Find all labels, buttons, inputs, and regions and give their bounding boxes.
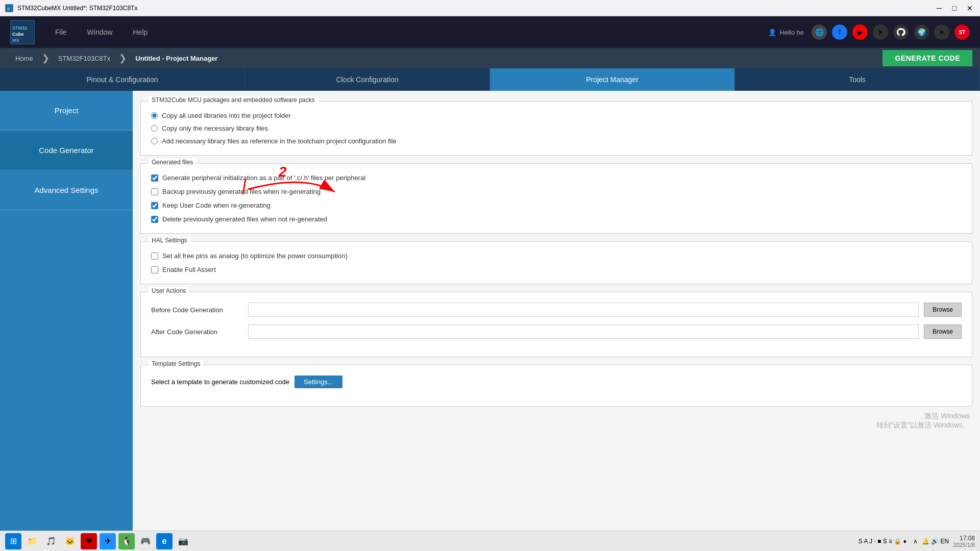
generated-check-0[interactable] bbox=[151, 174, 158, 182]
generated-checkbox-2[interactable]: Keep User Code when re-generating bbox=[151, 202, 962, 209]
nav-window[interactable]: Window bbox=[87, 28, 113, 36]
generated-checkbox-0[interactable]: Generate peripheral initialization as a … bbox=[151, 174, 962, 182]
hal-checkbox-0[interactable]: Set all free pins as analog (to optimize… bbox=[151, 252, 962, 260]
tabs: Pinout & Configuration Clock Configurati… bbox=[0, 68, 980, 91]
mcu-radio-0[interactable] bbox=[151, 112, 158, 119]
generated-files-checkboxes: Generate peripheral initialization as a … bbox=[151, 174, 962, 223]
after-code-browse[interactable]: Browse bbox=[924, 324, 962, 339]
window-title: STM32CubeMX Untitled*: STM32F103C8Tx bbox=[17, 5, 137, 12]
nav-help[interactable]: Help bbox=[133, 28, 148, 36]
breadcrumb-home[interactable]: Home bbox=[8, 48, 41, 68]
mcu-radio-2[interactable] bbox=[151, 138, 158, 144]
taskbar-app-7[interactable]: 📷 bbox=[175, 533, 191, 549]
template-settings-title: Template Settings bbox=[149, 360, 203, 367]
generated-checkbox-3[interactable]: Delete previously generated files when n… bbox=[151, 215, 962, 223]
generate-code-button[interactable]: GENERATE CODE bbox=[883, 50, 972, 66]
taskbar-explorer[interactable]: 📁 bbox=[24, 533, 40, 549]
template-settings-section: Template Settings Select a template to g… bbox=[140, 365, 972, 407]
hal-check-1[interactable] bbox=[151, 266, 158, 273]
logo-icon: STM32 Cube MX bbox=[10, 20, 35, 44]
taskbar-app-2[interactable]: 🐱 bbox=[62, 533, 78, 549]
svg-text:MX: MX bbox=[12, 38, 19, 43]
header-right: 👤 Hello he 🌐 f ▶ ✕ 🌍 ✳ ST bbox=[768, 24, 970, 40]
hal-settings-title: HAL Settings bbox=[149, 237, 190, 244]
svg-text:Cube: Cube bbox=[12, 32, 24, 37]
generated-files-content: Generate peripheral initialization as a … bbox=[141, 164, 972, 233]
twitter-icon[interactable]: ✕ bbox=[873, 24, 888, 40]
title-bar-left: S STM32CubeMX Untitled*: STM32F103C8Tx bbox=[5, 4, 137, 12]
watermark: 激活 Windows转到"设置"以激活 Windows。 bbox=[133, 407, 980, 435]
template-settings-button[interactable]: Settings... bbox=[295, 375, 342, 388]
user-name: Hello he bbox=[779, 29, 804, 36]
user-actions-title: User Actions bbox=[149, 287, 189, 294]
app-icon: S bbox=[5, 4, 13, 12]
mcu-radio-1[interactable] bbox=[151, 125, 158, 132]
hal-checkboxes: Set all free pins as analog (to optimize… bbox=[151, 252, 962, 273]
after-code-label: After Code Generation bbox=[151, 328, 243, 336]
mcu-packages-section: STM32Cube MCU packages and embedded soft… bbox=[140, 101, 972, 156]
youtube-icon[interactable]: ▶ bbox=[852, 24, 868, 40]
close-button[interactable]: ✕ bbox=[965, 3, 975, 13]
breadcrumb-project[interactable]: Untitled - Project Manager bbox=[128, 48, 225, 68]
tab-project-manager[interactable]: Project Manager bbox=[490, 68, 735, 91]
generated-files-title: Generated files bbox=[149, 159, 196, 166]
generated-check-3[interactable] bbox=[151, 216, 158, 223]
sidebar-item-project[interactable]: Project bbox=[0, 91, 133, 131]
taskbar-app-6[interactable]: 🎮 bbox=[137, 533, 154, 549]
mcu-radio-group: Copy all used libraries into the project… bbox=[151, 112, 962, 145]
generated-label-0: Generate peripheral initialization as a … bbox=[162, 174, 365, 182]
taskbar-edge[interactable]: e bbox=[156, 533, 173, 549]
mcu-option-2[interactable]: Add necessary library files as reference… bbox=[151, 137, 962, 145]
sidebar-item-advanced-settings[interactable]: Advanced Settings bbox=[0, 170, 133, 210]
tab-clock[interactable]: Clock Configuration bbox=[245, 68, 490, 91]
template-settings-content: Select a template to generate customized… bbox=[141, 365, 972, 406]
before-code-input[interactable] bbox=[248, 303, 919, 317]
taskbar-app-5[interactable]: 🐧 bbox=[118, 533, 135, 549]
template-description: Select a template to generate customized… bbox=[151, 378, 289, 386]
before-code-row: Before Code Generation Browse bbox=[151, 303, 962, 317]
after-code-row: After Code Generation Browse bbox=[151, 324, 962, 339]
user-icon: 👤 bbox=[768, 29, 776, 36]
taskbar-app-1[interactable]: 🎵 bbox=[43, 533, 59, 549]
header: STM32 Cube MX File Window Help 👤 Hello h… bbox=[0, 16, 980, 48]
after-code-input[interactable] bbox=[248, 324, 919, 339]
mcu-option-2-label: Add necessary library files as reference… bbox=[162, 137, 397, 145]
mcu-option-1-label: Copy only the necessary library files bbox=[162, 124, 268, 132]
start-button[interactable]: ⊞ bbox=[5, 533, 21, 549]
taskbar-app-4[interactable]: ✈ bbox=[100, 533, 116, 549]
before-code-browse[interactable]: Browse bbox=[924, 303, 962, 317]
taskbar: ⊞ 📁 🎵 🐱 ❤ ✈ 🐧 🎮 e 📷 S A J · ■ S ≡ 🔒 ♦ ∧ … bbox=[0, 531, 980, 551]
github-icon[interactable] bbox=[893, 24, 909, 40]
mcu-option-1[interactable]: Copy only the necessary library files bbox=[151, 124, 962, 132]
maximize-button[interactable]: □ bbox=[949, 3, 960, 13]
nav-file[interactable]: File bbox=[55, 28, 67, 36]
generated-check-2[interactable] bbox=[151, 202, 158, 209]
minimize-button[interactable]: ─ bbox=[934, 3, 944, 13]
mcu-option-0[interactable]: Copy all used libraries into the project… bbox=[151, 112, 962, 119]
generated-label-3: Delete previously generated files when n… bbox=[162, 215, 327, 223]
breadcrumb-mcu[interactable]: STM32F103C8Tx bbox=[51, 48, 118, 68]
social-icons: 🌐 f ▶ ✕ 🌍 ✳ ST bbox=[812, 24, 970, 40]
taskbar-app-3[interactable]: ❤ bbox=[81, 533, 97, 549]
globe-icon[interactable]: 🌐 bbox=[812, 24, 827, 40]
tab-pinout[interactable]: Pinout & Configuration bbox=[0, 68, 245, 91]
generated-files-section: Generated files Generate peripheral init… bbox=[140, 163, 972, 234]
logo: STM32 Cube MX bbox=[10, 20, 35, 44]
st-icon[interactable]: ST bbox=[954, 24, 970, 40]
taskbar-icons-right: S A J · ■ S ≡ 🔒 ♦ bbox=[859, 538, 906, 545]
mcu-option-0-label: Copy all used libraries into the project… bbox=[162, 112, 291, 119]
facebook-icon[interactable]: f bbox=[832, 24, 847, 40]
tab-tools[interactable]: Tools bbox=[735, 68, 980, 91]
network-icon[interactable]: ✳ bbox=[934, 24, 949, 40]
hal-check-0[interactable] bbox=[151, 253, 158, 260]
before-code-label: Before Code Generation bbox=[151, 306, 243, 314]
hal-checkbox-1[interactable]: Enable Full Assert bbox=[151, 266, 962, 273]
generated-checkbox-1[interactable]: Backup previously generated files when r… bbox=[151, 188, 962, 195]
breadcrumb-arrow-2: ❯ bbox=[119, 53, 127, 64]
sidebar-item-code-generator[interactable]: Code Generator bbox=[0, 131, 133, 170]
earth-icon[interactable]: 🌍 bbox=[914, 24, 929, 40]
user-info: 👤 Hello he bbox=[768, 29, 804, 36]
generated-check-1[interactable] bbox=[151, 188, 158, 195]
hal-settings-content: Set all free pins as analog (to optimize… bbox=[141, 242, 972, 284]
generated-label-2: Keep User Code when re-generating bbox=[162, 202, 271, 209]
